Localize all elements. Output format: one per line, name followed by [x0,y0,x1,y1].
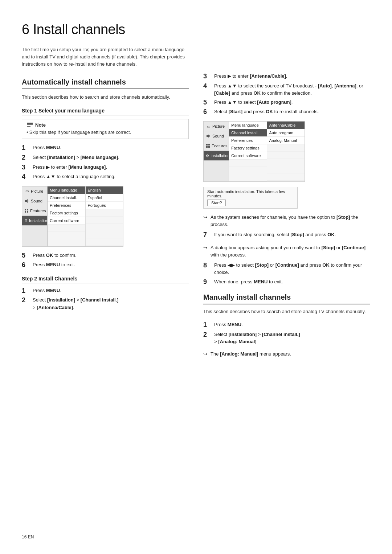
menu-screenshot-1: ▭ Picture Sound [22,186,123,247]
svg-rect-3 [25,200,26,202]
menu-item2-auto: Auto program [267,129,305,137]
step2-title: Step 2 Install Channels [22,276,189,283]
menu-item-empty4 [86,209,123,217]
menu-main-1: Menu language Channel install. Preferenc… [48,186,123,246]
menu-item-portugues: Português [86,202,123,209]
menu-item2-empty6 [267,159,305,166]
sidebar-item-sound: Sound [22,196,47,206]
menu-item2-empty4 [267,144,305,152]
auto-section-desc: This section describes how to search and… [22,94,189,101]
menu-item2-empty1 [229,160,267,167]
menu-item-empty7 [86,231,123,238]
note-label: Note [35,122,46,128]
svg-rect-1 [27,124,33,125]
menu-col-1: Menu language Channel install. Preferenc… [48,186,86,246]
page: 6 Install channels The first time you se… [0,0,392,554]
step-e-7: 7 If you want to stop searching, select … [203,231,370,239]
step-d-6: 6 Select [Start] and press OK to re-inst… [203,108,370,116]
manual-step-1: 1 Press MENU. [203,321,370,329]
svg-rect-14 [208,146,210,148]
left-column: 6 Install channels The first time you se… [22,22,189,532]
step-a-3: 3 Press ▶ to enter [Menu language]. [22,164,189,172]
step-f-9: 9 When done, press MENU to exit. [203,278,370,286]
features-icon [24,208,29,213]
svg-rect-7 [25,211,26,213]
menu-item-empty1 [48,225,85,232]
svg-rect-9 [207,135,208,137]
manual-steps: 1 Press MENU. 2 Select [Installation] > … [203,321,370,345]
menu-item-menu-lang: Menu language [48,186,85,194]
menu-sidebar-2: ▭ Picture Sound [204,122,229,181]
sidebar-item-features: Features [22,206,47,216]
menu-item2-analog: Analog: Manual [267,137,305,144]
menu-item-empty2 [48,232,85,239]
sidebar-item-picture-2: ▭ Picture [204,122,229,131]
sidebar-item-features-2: Features [204,141,229,151]
menu-item2-channel-install: Channel install. [229,129,267,137]
menu-item2-preferences: Preferences [229,137,267,144]
menu-col2-1: Menu language Channel install. Preferenc… [229,122,267,181]
arrow-note-2: ↪ A dialog box appears asking you if you… [203,244,370,259]
menu-item2-empty7 [267,166,305,173]
note-box: Note • Skip this step if your language s… [22,119,189,139]
arrow-icon-2: ↪ [203,244,209,251]
sidebar-item-sound-2: Sound [204,131,229,141]
intro-text: The first time you setup your TV, you ar… [22,46,189,68]
step-c-2: 2 Select [Installation] > [Channel insta… [22,296,189,311]
note-header: Note [26,122,184,128]
picture-icon-2: ▭ [206,124,211,129]
arrow-icon-1: ↪ [203,214,209,221]
step-a-1: 1 Press MENU. [22,144,189,152]
menu-item-empty6 [86,224,123,231]
menu-item-preferences: Preferences [48,202,85,209]
arrow-icon-3: ↪ [203,350,209,358]
step-b-5: 5 Press OK to confirm. [22,252,189,260]
svg-rect-2 [27,126,30,127]
start-button[interactable]: Start? [207,200,226,206]
svg-rect-13 [206,146,208,148]
steps-d: 3 Press ▶ to enter [Antenna/Cable]. 4 Pr… [203,73,370,116]
menu-item-software: Current software [48,217,85,225]
menu-item2-empty5 [267,152,305,159]
page-footer: 16 EN [22,534,34,539]
menu-item-empty5 [86,217,123,224]
sidebar-item-picture: ▭ Picture [22,186,47,196]
menu-item2-software: Current software [229,152,267,160]
menu-item2-empty2 [229,167,267,174]
installation-icon-2: ⚙ [206,153,209,158]
menu-screenshot-2: ▭ Picture Sound [203,121,305,182]
start-box: Start automatic installation. This takes… [203,187,298,209]
step-b-6: 6 Press MENU to exit. [22,261,189,269]
start-box-label: Start automatic installation. This takes… [207,189,294,198]
menu-sidebar-1: ▭ Picture Sound [22,186,48,246]
steps-c: 1 Press MENU. 2 Select [Installation] > … [22,287,189,311]
svg-rect-5 [25,209,26,210]
svg-marker-4 [26,199,28,203]
features-icon-2 [206,143,210,148]
menu-main-2: Menu language Channel install. Preferenc… [229,122,305,181]
svg-rect-12 [208,144,210,145]
manual-section-desc: This section describes how to search and… [203,308,370,315]
steps-b: 5 Press OK to confirm. 6 Press MENU to e… [22,252,189,269]
sidebar-item-installation-2: ⚙ Installation [204,151,229,161]
svg-rect-6 [27,209,28,210]
menu-item2-factory: Factory settings [229,144,267,152]
arrow-note-3: ↪ The [Analog: Manual] menu appears. [203,350,370,358]
note-icon [26,122,33,127]
step-d-3: 3 Press ▶ to enter [Antenna/Cable]. [203,73,370,81]
steps-f: 8 Press ◀▶ to select [Stop] or [Continue… [203,262,370,286]
menu-item2-empty8 [267,173,305,181]
step-a-2: 2 Select [Installation] > [Menu language… [22,154,189,162]
menu-col-2: English Español Português [86,186,123,246]
step-a-4: 4 Press ▲▼ to select a language setting. [22,173,189,181]
svg-rect-8 [27,211,28,213]
menu-item2-empty3 [229,174,267,181]
step-d-4: 4 Press ▲▼ to select the source of TV br… [203,82,370,97]
menu-item-english: English [86,186,123,194]
step-c-1: 1 Press MENU. [22,287,189,295]
right-column: 3 Press ▶ to enter [Antenna/Cable]. 4 Pr… [203,22,370,532]
menu-item-espanol: Español [86,194,123,202]
menu-item2-menu-lang: Menu language [229,122,267,129]
page-title: 6 Install channels [22,22,189,37]
sound-icon [24,198,29,204]
